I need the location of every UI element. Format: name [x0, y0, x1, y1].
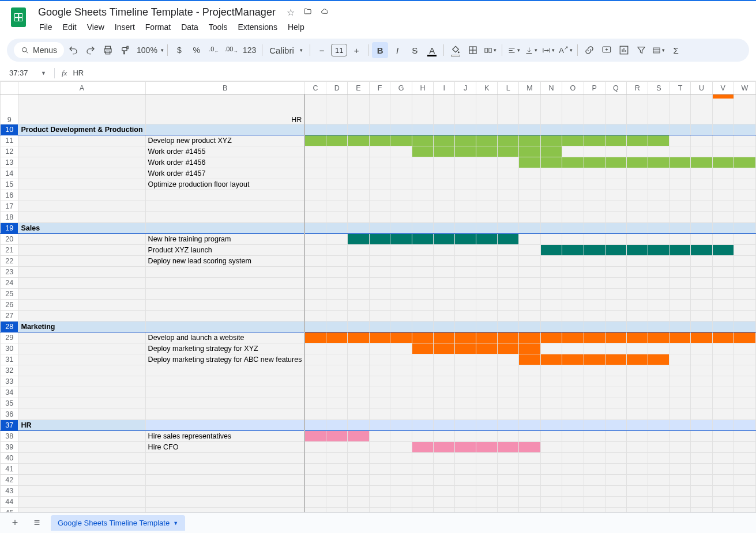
cell-U16[interactable] [691, 190, 712, 201]
row-header-11[interactable]: 11 [1, 135, 18, 146]
row-header-13[interactable]: 13 [1, 157, 18, 168]
cell-H17[interactable] [412, 201, 433, 212]
cell-L43[interactable] [498, 486, 519, 497]
cell-V39[interactable] [712, 442, 734, 453]
cell-F38[interactable] [369, 431, 390, 442]
cell-D30[interactable] [326, 343, 348, 354]
cell-B44[interactable] [145, 497, 304, 508]
cell-F23[interactable] [369, 267, 390, 278]
cell-B40[interactable] [145, 453, 304, 464]
cell-J26[interactable] [455, 300, 476, 311]
cell-F44[interactable] [369, 497, 390, 508]
increase-font-button[interactable]: + [348, 42, 364, 58]
cell-A32[interactable] [18, 365, 145, 376]
cell-E33[interactable] [348, 376, 369, 387]
cell-T22[interactable] [670, 256, 691, 267]
cell-A33[interactable] [18, 376, 145, 387]
cell-O30[interactable] [562, 343, 584, 354]
cell-O10[interactable] [562, 124, 584, 135]
cell-B37[interactable] [145, 420, 304, 431]
cell-L9[interactable] [498, 94, 519, 124]
cell-H29[interactable] [412, 332, 433, 343]
cell-L31[interactable] [498, 354, 519, 365]
cell-B13[interactable]: Work order #1456 [145, 157, 304, 168]
cell-J13[interactable] [455, 157, 476, 168]
cell-U40[interactable] [691, 453, 712, 464]
row-header-29[interactable]: 29 [1, 332, 18, 343]
cloud-status-icon[interactable] [319, 7, 331, 18]
cell-A13[interactable] [18, 157, 145, 168]
cell-P29[interactable] [584, 332, 605, 343]
cell-U19[interactable] [691, 223, 712, 234]
cell-H38[interactable] [412, 431, 433, 442]
cell-M36[interactable] [519, 409, 541, 420]
cell-E35[interactable] [348, 398, 369, 409]
cell-K21[interactable] [476, 245, 498, 256]
cell-J40[interactable] [455, 453, 476, 464]
cell-N37[interactable] [540, 420, 562, 431]
cell-O14[interactable] [562, 168, 584, 179]
cell-K23[interactable] [476, 267, 498, 278]
cell-Q38[interactable] [605, 431, 626, 442]
cell-I38[interactable] [434, 431, 455, 442]
cell-T14[interactable] [670, 168, 691, 179]
cell-G42[interactable] [390, 475, 412, 486]
cell-E36[interactable] [348, 409, 369, 420]
cell-P21[interactable] [584, 245, 605, 256]
cell-S20[interactable] [648, 234, 670, 245]
cell-O21[interactable] [562, 245, 584, 256]
cell-S21[interactable] [648, 245, 670, 256]
cell-G43[interactable] [390, 486, 412, 497]
cell-L38[interactable] [498, 431, 519, 442]
cell-B43[interactable] [145, 486, 304, 497]
cell-N25[interactable] [540, 289, 562, 300]
cell-M24[interactable] [519, 278, 541, 289]
cell-A9[interactable] [18, 94, 145, 124]
cell-W27[interactable] [734, 311, 755, 322]
cell-O15[interactable] [562, 179, 584, 190]
cell-D27[interactable] [326, 311, 348, 322]
cell-B29[interactable]: Develop and launch a website [145, 332, 304, 343]
cell-V30[interactable] [712, 343, 734, 354]
cell-R44[interactable] [627, 497, 648, 508]
cell-M10[interactable] [519, 124, 541, 135]
cell-F40[interactable] [369, 453, 390, 464]
cell-T43[interactable] [670, 486, 691, 497]
cell-W24[interactable] [734, 278, 755, 289]
cell-J33[interactable] [455, 376, 476, 387]
cell-I23[interactable] [434, 267, 455, 278]
cell-E30[interactable] [348, 343, 369, 354]
cell-E22[interactable] [348, 256, 369, 267]
cell-B17[interactable] [145, 201, 304, 212]
cell-H43[interactable] [412, 486, 433, 497]
cell-T41[interactable] [670, 464, 691, 475]
cell-A23[interactable] [18, 267, 145, 278]
cell-G24[interactable] [390, 278, 412, 289]
cell-C24[interactable] [304, 278, 326, 289]
row-header-33[interactable]: 33 [1, 376, 18, 387]
cell-U29[interactable] [691, 332, 712, 343]
cell-K16[interactable] [476, 190, 498, 201]
cell-I37[interactable] [434, 420, 455, 431]
cell-V33[interactable] [712, 376, 734, 387]
cell-S11[interactable] [648, 135, 670, 146]
cell-O17[interactable] [562, 201, 584, 212]
cell-D9[interactable] [326, 94, 348, 124]
cell-I24[interactable] [434, 278, 455, 289]
cell-I25[interactable] [434, 289, 455, 300]
cell-O20[interactable] [562, 234, 584, 245]
decrease-decimal-button[interactable]: .0← [206, 42, 222, 58]
cell-T37[interactable] [670, 420, 691, 431]
cell-C33[interactable] [304, 376, 326, 387]
cell-B22[interactable]: Deploy new lead scoring system [145, 256, 304, 267]
cell-N10[interactable] [540, 124, 562, 135]
cell-R29[interactable] [627, 332, 648, 343]
cell-E19[interactable] [348, 223, 369, 234]
cell-K29[interactable] [476, 332, 498, 343]
cell-T44[interactable] [670, 497, 691, 508]
sheet-tab-active[interactable]: Google Sheets Timeline Template ▼ [51, 515, 185, 531]
cell-C17[interactable] [304, 201, 326, 212]
star-icon[interactable]: ☆ [285, 7, 296, 18]
cell-L41[interactable] [498, 464, 519, 475]
cell-F31[interactable] [369, 354, 390, 365]
